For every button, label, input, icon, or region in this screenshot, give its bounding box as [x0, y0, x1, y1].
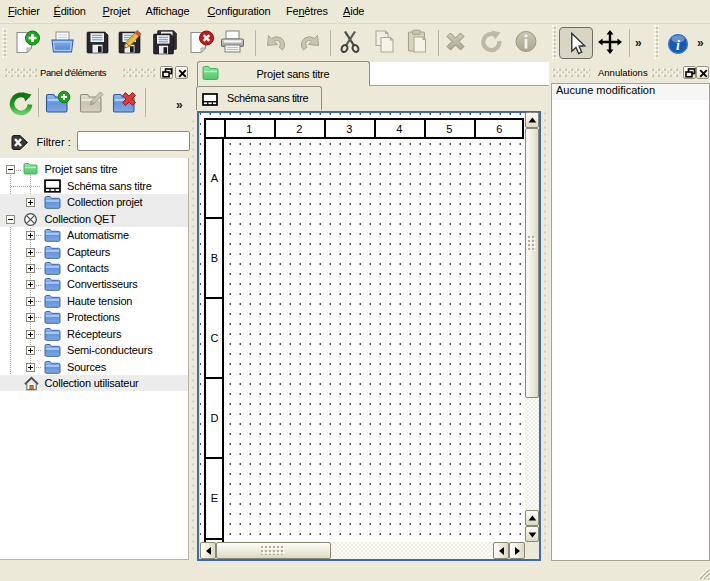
- svg-text:i: i: [676, 38, 680, 53]
